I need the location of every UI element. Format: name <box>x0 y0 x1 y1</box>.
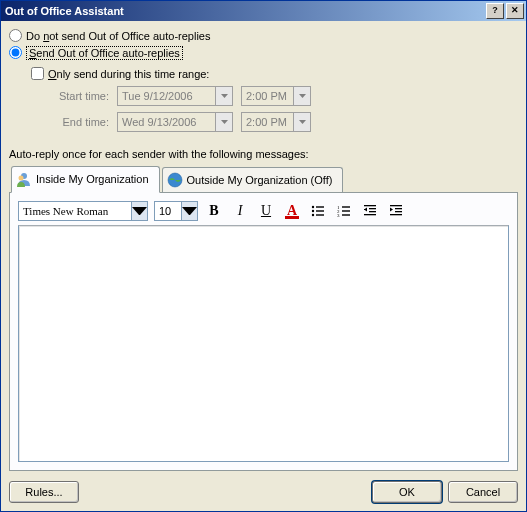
dialog-body: Do not send Out of Office auto-replies S… <box>1 21 526 511</box>
numbered-list-icon: 1 2 3 <box>336 203 352 219</box>
chevron-down-icon <box>293 87 310 105</box>
radio-do-not-send-label: Do not send Out of Office auto-replies <box>26 30 210 42</box>
bullet-list-button[interactable] <box>308 201 328 221</box>
close-button[interactable]: ✕ <box>506 3 524 19</box>
italic-button[interactable]: I <box>230 201 250 221</box>
numbered-list-button[interactable]: 1 2 3 <box>334 201 354 221</box>
radio-do-not-send-row[interactable]: Do not send Out of Office auto-replies <box>9 29 518 42</box>
svg-rect-20 <box>390 205 402 206</box>
svg-rect-11 <box>342 206 350 207</box>
tabs-header: Inside My Organization Outside My Organi… <box>9 166 518 192</box>
svg-rect-19 <box>364 214 376 215</box>
outdent-icon <box>362 203 378 219</box>
radio-send-row[interactable]: Send Out of Office auto-replies <box>9 46 518 59</box>
svg-rect-17 <box>369 208 376 209</box>
end-time-label: End time: <box>31 116 109 128</box>
tab-inside[interactable]: Inside My Organization <box>11 166 160 193</box>
radio-send[interactable] <box>9 46 22 59</box>
indent-icon <box>388 203 404 219</box>
tab-outside[interactable]: Outside My Organization (Off) <box>162 167 344 192</box>
auto-reply-section-label: Auto-reply once for each sender with the… <box>9 148 518 160</box>
underline-button[interactable]: U <box>256 201 276 221</box>
start-time-dropdown[interactable]: 2:00 PM <box>241 86 311 106</box>
svg-point-4 <box>312 206 314 208</box>
chevron-down-icon <box>293 113 310 131</box>
increase-indent-button[interactable] <box>386 201 406 221</box>
svg-rect-13 <box>342 210 350 211</box>
help-button[interactable]: ? <box>486 3 504 19</box>
out-of-office-dialog: Out of Office Assistant ? ✕ Do not send … <box>0 0 527 512</box>
message-editor[interactable] <box>18 225 509 462</box>
svg-rect-15 <box>342 214 350 215</box>
person-icon <box>16 171 32 187</box>
end-time-row: End time: Wed 9/13/2006 2:00 PM <box>31 112 518 132</box>
window-title: Out of Office Assistant <box>5 5 486 17</box>
start-time-label: Start time: <box>31 90 109 102</box>
font-size-dropdown[interactable]: 10 <box>154 201 198 221</box>
bullet-list-icon <box>310 203 326 219</box>
svg-point-6 <box>312 210 314 212</box>
tabs-area: Inside My Organization Outside My Organi… <box>9 166 518 471</box>
globe-icon <box>167 172 183 188</box>
svg-rect-7 <box>316 210 324 211</box>
svg-text:3: 3 <box>337 213 340 218</box>
cancel-button[interactable]: Cancel <box>448 481 518 503</box>
tab-inside-label: Inside My Organization <box>36 173 149 185</box>
chevron-down-icon <box>131 202 147 220</box>
start-time-row: Start time: Tue 9/12/2006 2:00 PM <box>31 86 518 106</box>
radio-do-not-send[interactable] <box>9 29 22 42</box>
only-send-checkbox[interactable] <box>31 67 44 80</box>
dialog-footer: Rules... OK Cancel <box>9 471 518 503</box>
svg-rect-23 <box>390 214 402 215</box>
title-bar: Out of Office Assistant ? ✕ <box>1 1 526 21</box>
only-send-row[interactable]: Only send during this time range: <box>31 67 518 80</box>
radio-send-label: Send Out of Office auto-replies <box>26 47 183 59</box>
chevron-down-icon <box>215 113 232 131</box>
svg-point-8 <box>312 214 314 216</box>
svg-rect-16 <box>364 205 376 206</box>
chevron-down-icon <box>215 87 232 105</box>
tab-outside-label: Outside My Organization (Off) <box>187 174 333 186</box>
time-range-group: Only send during this time range: Start … <box>31 67 518 138</box>
font-family-dropdown[interactable]: Times New Roman <box>18 201 148 221</box>
ok-button[interactable]: OK <box>372 481 442 503</box>
chevron-down-icon <box>181 202 197 220</box>
start-date-dropdown[interactable]: Tue 9/12/2006 <box>117 86 233 106</box>
end-time-dropdown[interactable]: 2:00 PM <box>241 112 311 132</box>
font-color-button[interactable]: A <box>282 201 302 221</box>
bold-button[interactable]: B <box>204 201 224 221</box>
svg-rect-9 <box>316 214 324 215</box>
formatting-toolbar: Times New Roman 10 B I U A <box>18 201 509 221</box>
rules-button[interactable]: Rules... <box>9 481 79 503</box>
svg-rect-22 <box>395 211 402 212</box>
svg-point-1 <box>19 176 24 181</box>
decrease-indent-button[interactable] <box>360 201 380 221</box>
end-date-dropdown[interactable]: Wed 9/13/2006 <box>117 112 233 132</box>
svg-rect-21 <box>395 208 402 209</box>
only-send-label: Only send during this time range: <box>48 68 209 80</box>
tab-panel: Times New Roman 10 B I U A <box>9 192 518 471</box>
svg-rect-18 <box>369 211 376 212</box>
svg-rect-5 <box>316 206 324 207</box>
